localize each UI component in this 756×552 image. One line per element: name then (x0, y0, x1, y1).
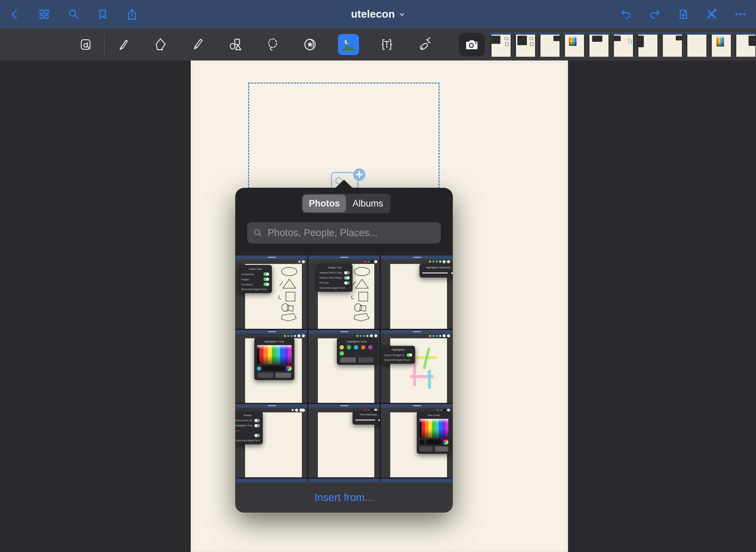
search-icon (253, 228, 263, 238)
canvas-area: Photos Albums (0, 60, 756, 552)
image-icon (341, 37, 356, 52)
photos-albums-segmented-control: Photos Albums (302, 194, 391, 213)
top-navigation-bar: utelecon (0, 0, 756, 29)
stop-editing-button[interactable] (702, 5, 721, 24)
photo-thumbnail-pen-color-picker[interactable]: Pen Color (381, 404, 452, 477)
tool-lasso[interactable] (263, 35, 282, 54)
photo-thumbnail-highlighter-menu[interactable]: Highlighter Draw in Straight Line Discon… (381, 330, 452, 403)
page-thumbnail[interactable] (636, 32, 659, 57)
shapes-icon (227, 37, 243, 52)
undo-icon (619, 7, 633, 21)
document-title: utelecon (351, 8, 395, 20)
share-icon (125, 7, 139, 21)
photo-thumbnail-eraser-menu[interactable]: Eraser Erase Entire Stroke Highlighter O… (236, 404, 307, 477)
tool-group (76, 29, 434, 60)
page-thumbnail[interactable] (612, 32, 634, 57)
search-input[interactable] (267, 227, 435, 239)
search-icon (67, 7, 80, 21)
page-thumbnail[interactable] (661, 32, 683, 57)
page-thumbnail[interactable] (710, 32, 732, 57)
add-page-icon (676, 7, 690, 21)
document-title-menu[interactable]: utelecon (351, 0, 405, 29)
photo-thumbnail-highlighter-color-picker[interactable]: Highlighter Color (236, 330, 307, 403)
add-page-button[interactable] (674, 5, 693, 24)
text-icon (379, 37, 395, 52)
pen-icon (115, 37, 131, 52)
camera-icon (463, 36, 480, 53)
zoom-window-icon (78, 37, 93, 52)
undo-button[interactable] (617, 5, 636, 24)
tab-photos[interactable]: Photos (303, 195, 346, 212)
photo-grid: Lasso Tool Handwriting Images Text Boxes… (236, 255, 452, 477)
insert-image-popover: Photos Albums (235, 188, 453, 513)
tool-shapes[interactable] (226, 35, 245, 54)
page-overview-button[interactable] (35, 5, 54, 24)
tool-pointer[interactable] (415, 35, 434, 54)
chevron-left-icon (8, 7, 22, 21)
tool-elements[interactable] (300, 35, 320, 54)
insert-from-button[interactable]: Insert from... (235, 482, 453, 513)
page-thumbnail[interactable] (563, 32, 585, 57)
tool-bar (0, 29, 756, 60)
search-button[interactable] (64, 5, 83, 24)
page-thumbnail[interactable] (587, 32, 610, 57)
camera-button[interactable] (459, 33, 485, 56)
chevron-down-icon (399, 11, 405, 17)
pen-cross-icon (705, 7, 719, 21)
page-thumbnail-strip (489, 32, 756, 57)
photo-thumbnail-pen-thickness[interactable]: Pen thickness (308, 404, 380, 477)
eraser-icon (153, 37, 168, 52)
grid-icon (37, 7, 51, 21)
laser-pointer-icon (416, 37, 432, 52)
highlighter-icon (190, 37, 206, 52)
page-thumbnail[interactable] (538, 32, 561, 57)
page-thumbnail[interactable] (514, 32, 536, 57)
photo-thumbnail-highlighter-thickness[interactable]: Highlighter thickness (381, 255, 452, 329)
insert-from-label: Insert from... (314, 492, 374, 504)
photo-grid-next-row-partial (236, 478, 452, 482)
tab-albums[interactable]: Albums (346, 195, 390, 212)
tool-text[interactable] (377, 35, 396, 54)
sticker-star-icon (302, 37, 318, 52)
photo-search-field[interactable] (247, 222, 441, 244)
bookmark-button[interactable] (93, 5, 112, 24)
popover-arrow (335, 180, 353, 188)
lasso-icon (265, 37, 280, 52)
topbar-right-group (617, 0, 750, 29)
photo-thumbnail-lasso-tool[interactable]: Lasso Tool Handwriting Images Text Boxes… (236, 255, 307, 329)
topbar-left-group (5, 0, 141, 29)
bookmark-icon (96, 7, 109, 21)
more-options-button[interactable] (731, 5, 750, 24)
tool-insert-image[interactable] (338, 34, 359, 55)
tool-highlighter[interactable] (188, 35, 207, 54)
page-thumbnail[interactable] (489, 32, 512, 57)
ellipsis-icon (734, 7, 747, 21)
photo-thumbnail-highlighter-color-presets[interactable]: Highlighter Color (308, 330, 380, 403)
redo-button[interactable] (645, 5, 664, 24)
back-button[interactable] (5, 5, 24, 24)
tool-pen[interactable] (114, 35, 133, 54)
share-button[interactable] (122, 5, 141, 24)
app-window: utelecon (0, 0, 756, 552)
page-thumbnail[interactable] (685, 32, 708, 57)
redo-icon (648, 7, 662, 21)
page-thumbnail[interactable] (734, 32, 756, 57)
tool-zoom-window[interactable] (76, 35, 95, 54)
photo-thumbnail-shape-tool[interactable]: Shape Tool Require Hold to Snap Snap to … (308, 255, 380, 329)
tool-eraser[interactable] (151, 35, 170, 54)
